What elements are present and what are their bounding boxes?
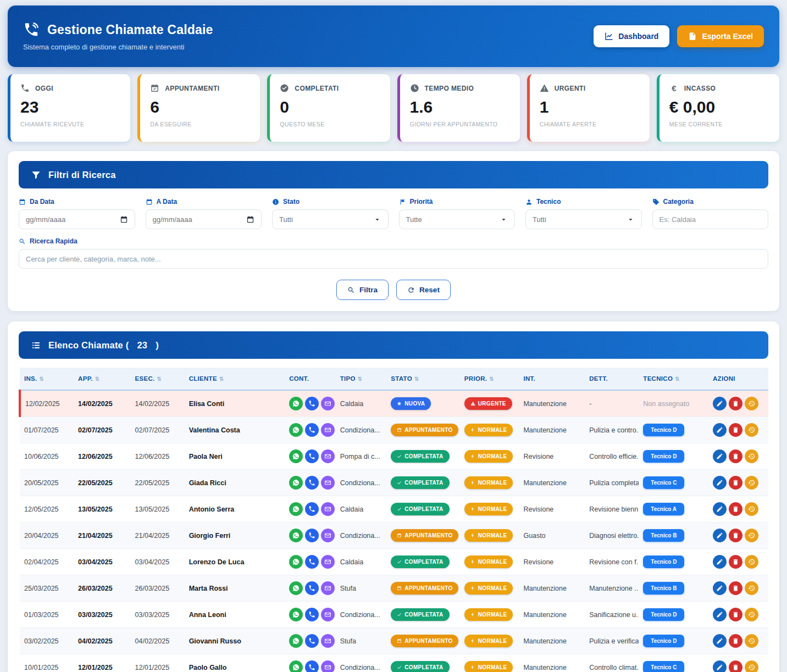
email-button[interactable]: [321, 397, 335, 410]
whatsapp-button[interactable]: [289, 449, 303, 463]
delete-button[interactable]: [729, 449, 742, 463]
phone-button[interactable]: [305, 581, 319, 595]
categoria-input[interactable]: [652, 209, 769, 229]
email-button[interactable]: [321, 634, 335, 648]
table-row: 03/02/2025 04/02/2025 04/02/2025 Giovann…: [20, 628, 768, 654]
history-button[interactable]: [745, 634, 758, 648]
calendar-icon[interactable]: [246, 215, 254, 224]
whatsapp-button[interactable]: [289, 476, 303, 490]
edit-button[interactable]: [713, 660, 727, 672]
delete-button[interactable]: [729, 423, 742, 437]
badge-icon: [470, 401, 475, 406]
phone-button[interactable]: [305, 555, 319, 569]
a-data-input[interactable]: gg/mm/aaaa: [146, 209, 262, 229]
edit-button[interactable]: [713, 529, 727, 542]
edit-button[interactable]: [713, 608, 727, 621]
email-button[interactable]: [321, 555, 335, 569]
history-button[interactable]: [745, 660, 758, 672]
priority-cell: URGENTE: [460, 390, 519, 417]
status-cell: COMPLETATA: [386, 470, 459, 496]
dashboard-button[interactable]: Dashboard: [594, 25, 669, 47]
column-header-tecnico[interactable]: TECNICO⇅: [639, 368, 708, 390]
reset-button[interactable]: Reset: [396, 280, 451, 300]
column-header-stato[interactable]: STATO⇅: [386, 368, 459, 390]
phone-button[interactable]: [305, 634, 319, 648]
email-button[interactable]: [321, 423, 335, 437]
email-button[interactable]: [321, 502, 335, 516]
column-header-app[interactable]: APP.⇅: [74, 368, 131, 390]
stat-card: OGGI 23 CHIAMATE RICEVUTE: [8, 74, 130, 142]
edit-button[interactable]: [713, 397, 727, 410]
email-button[interactable]: [321, 608, 335, 621]
column-header-tipo[interactable]: TIPO⇅: [336, 368, 387, 390]
column-header-esec[interactable]: ESEC.⇅: [131, 368, 185, 390]
search-input[interactable]: [19, 249, 768, 269]
filtra-button[interactable]: Filtra: [336, 280, 389, 300]
tecnico-select[interactable]: Tutti: [525, 209, 642, 229]
email-button[interactable]: [321, 476, 335, 490]
column-header-cliente[interactable]: CLIENTE⇅: [185, 368, 285, 390]
type-cell: Stufa: [336, 575, 387, 602]
history-button[interactable]: [745, 529, 758, 542]
whatsapp-button[interactable]: [289, 581, 303, 595]
edit-button[interactable]: [713, 581, 727, 595]
delete-button[interactable]: [729, 660, 742, 672]
phone-button[interactable]: [305, 423, 319, 437]
column-header-ins[interactable]: INS.⇅: [20, 368, 74, 390]
history-button[interactable]: [745, 423, 758, 437]
delete-button[interactable]: [729, 397, 742, 410]
history-button[interactable]: [745, 397, 758, 410]
stat-label: APPUNTAMENTI: [165, 85, 219, 92]
stato-select[interactable]: Tutti: [272, 209, 389, 229]
delete-button[interactable]: [729, 581, 742, 595]
delete-button[interactable]: [729, 476, 742, 490]
whatsapp-button[interactable]: [289, 502, 303, 516]
email-button[interactable]: [321, 581, 335, 595]
history-button[interactable]: [745, 581, 758, 595]
delete-button[interactable]: [729, 608, 742, 621]
delete-button[interactable]: [729, 555, 742, 569]
whatsapp-button[interactable]: [289, 397, 303, 410]
table-row: 25/03/2025 26/03/2025 26/03/2025 Marta R…: [20, 575, 768, 602]
email-button[interactable]: [321, 529, 335, 542]
history-button[interactable]: [745, 555, 758, 569]
phone-button[interactable]: [305, 529, 319, 542]
badge-icon: [397, 586, 402, 591]
whatsapp-button[interactable]: [289, 634, 303, 648]
column-header-prior[interactable]: PRIOR.⇅: [460, 368, 519, 390]
email-button[interactable]: [321, 449, 335, 463]
whatsapp-button[interactable]: [289, 608, 303, 621]
edit-button[interactable]: [713, 634, 727, 648]
whatsapp-button[interactable]: [289, 555, 303, 569]
phone-button[interactable]: [305, 502, 319, 516]
export-excel-button[interactable]: Esporta Excel: [677, 25, 764, 47]
phone-button[interactable]: [305, 476, 319, 490]
priorita-select[interactable]: Tutte: [399, 209, 516, 229]
edit-button[interactable]: [713, 423, 727, 437]
phone-button[interactable]: [305, 608, 319, 621]
whatsapp-button[interactable]: [289, 660, 303, 672]
history-button[interactable]: [745, 449, 758, 463]
delete-button[interactable]: [729, 529, 742, 542]
email-button[interactable]: [321, 660, 335, 672]
technician-badge: Tecnico D: [643, 450, 684, 463]
history-button[interactable]: [745, 502, 758, 516]
delete-button[interactable]: [729, 634, 742, 648]
edit-icon: [716, 426, 723, 434]
history-button[interactable]: [745, 608, 758, 621]
phone-button[interactable]: [305, 397, 319, 410]
phone-button[interactable]: [305, 449, 319, 463]
status-cell: COMPLETATA: [386, 654, 459, 672]
phone-button[interactable]: [305, 660, 319, 672]
da-data-input[interactable]: gg/mm/aaaa: [19, 209, 135, 229]
edit-button[interactable]: [713, 476, 727, 490]
whatsapp-button[interactable]: [289, 423, 303, 437]
whatsapp-button[interactable]: [289, 529, 303, 542]
edit-button[interactable]: [713, 502, 727, 516]
delete-button[interactable]: [729, 502, 742, 516]
history-button[interactable]: [745, 476, 758, 490]
edit-button[interactable]: [713, 449, 727, 463]
edit-button[interactable]: [713, 555, 727, 569]
calendar-icon[interactable]: [120, 215, 128, 224]
status-badge: APPUNTAMENTO: [391, 582, 458, 595]
